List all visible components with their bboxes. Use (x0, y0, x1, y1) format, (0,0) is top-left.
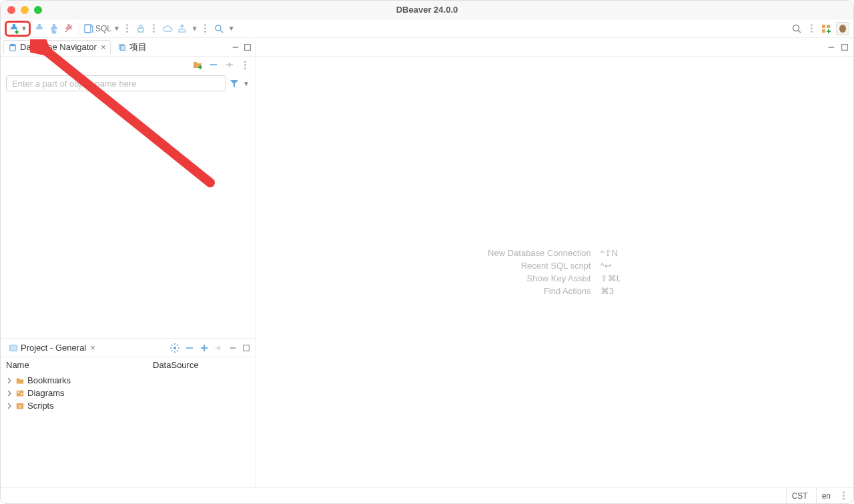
status-timezone[interactable]: CST (786, 488, 813, 503)
svg-rect-2 (138, 28, 143, 32)
main-toolbar: ▼ SQL ▼ ▼ ▼ (1, 19, 853, 38)
new-folder-icon[interactable] (192, 59, 203, 70)
tree-label: Scripts (27, 401, 54, 411)
nav-filter-input[interactable] (6, 75, 226, 91)
chevron-down-icon[interactable]: ▼ (21, 25, 27, 32)
tree-item-diagrams[interactable]: Diagrams (6, 387, 250, 399)
view-menu-icon[interactable] (240, 61, 250, 69)
link-editor-icon[interactable] (224, 59, 235, 70)
toolbar-overflow-right[interactable] (807, 24, 816, 33)
editor-area: New Database Connection^⇧N Recent SQL sc… (256, 38, 853, 487)
app-window: DBeaver 24.0.0 ▼ SQL ▼ (0, 0, 854, 504)
close-icon[interactable]: × (90, 343, 95, 353)
svg-rect-8 (822, 25, 825, 28)
chevron-right-icon (6, 377, 13, 384)
svg-rect-10 (822, 29, 825, 33)
col-name[interactable]: Name (6, 360, 153, 370)
tree-item-scripts[interactable]: S Scripts (6, 399, 250, 412)
connect-button[interactable] (33, 23, 45, 35)
minimize-view-icon[interactable] (231, 43, 240, 52)
status-bar: CST en (1, 487, 853, 503)
tab-label: Project - General (21, 343, 86, 353)
link-editor-icon[interactable] (214, 343, 224, 353)
svg-rect-16 (245, 44, 251, 50)
status-language[interactable]: en (816, 488, 836, 503)
reconnect-button[interactable] (48, 23, 60, 35)
chevron-down-icon[interactable]: ▼ (228, 25, 235, 32)
window-title: DBeaver 24.0.0 (1, 5, 853, 15)
maximize-view-icon[interactable] (840, 43, 849, 52)
svg-point-19 (173, 347, 176, 349)
tab-project-general[interactable]: Project - General × (5, 341, 99, 354)
minimize-view-icon[interactable] (228, 343, 238, 353)
minimize-window-button[interactable] (21, 6, 29, 14)
cloud-icon[interactable] (161, 23, 173, 35)
project-icon (9, 343, 18, 353)
chevron-down-icon[interactable]: ▼ (191, 25, 198, 32)
svg-rect-14 (120, 45, 125, 50)
export-icon[interactable] (176, 23, 188, 35)
maximize-view-icon[interactable] (243, 43, 252, 52)
window-controls (7, 6, 42, 14)
project-tree: Bookmarks Diagrams S Scripts (1, 373, 255, 413)
chevron-down-icon[interactable]: ▼ (243, 80, 250, 87)
new-connection-button[interactable] (8, 23, 20, 35)
tree-label: Diagrams (27, 388, 65, 398)
lock-icon[interactable] (135, 23, 147, 35)
svg-point-12 (10, 43, 16, 46)
svg-line-5 (220, 30, 223, 33)
chevron-down-icon: ▼ (113, 25, 120, 32)
disconnect-button[interactable] (63, 23, 75, 35)
collapse-icon[interactable] (184, 343, 195, 353)
database-icon (8, 43, 17, 52)
svg-rect-9 (827, 25, 830, 28)
toolbar-overflow-1[interactable] (123, 24, 132, 33)
chevron-right-icon (6, 390, 13, 397)
tab-label: Database Navigator (20, 42, 97, 52)
dbeaver-perspective-icon[interactable] (836, 22, 849, 35)
svg-rect-31 (842, 44, 848, 50)
svg-point-11 (839, 25, 846, 33)
svg-rect-18 (10, 345, 17, 351)
collapse-icon[interactable] (208, 59, 219, 70)
chevron-right-icon (6, 403, 13, 409)
titlebar: DBeaver 24.0.0 (1, 1, 853, 19)
tree-item-bookmarks[interactable]: Bookmarks (6, 374, 250, 387)
close-window-button[interactable] (7, 6, 15, 14)
project-columns-header: Name DataSource (1, 357, 255, 373)
gear-icon[interactable] (169, 343, 180, 353)
editor-tab-row (256, 38, 853, 57)
scripts-folder-icon: S (15, 401, 25, 411)
new-connection-highlight: ▼ (5, 21, 31, 37)
status-overflow[interactable] (839, 491, 848, 500)
close-icon[interactable]: × (101, 42, 106, 52)
add-icon[interactable] (199, 343, 209, 353)
workbench-body: Database Navigator × 项目 (1, 38, 853, 487)
toolbar-overflow-3[interactable] (201, 24, 210, 33)
tab-projects[interactable]: 项目 (113, 40, 151, 55)
search-icon[interactable] (213, 23, 225, 35)
zoom-window-button[interactable] (34, 6, 42, 14)
perspective-icon[interactable] (820, 23, 832, 35)
global-search-icon[interactable] (791, 23, 803, 35)
svg-point-4 (216, 25, 221, 31)
folder-icon (15, 376, 25, 385)
tab-database-navigator[interactable]: Database Navigator × (3, 40, 111, 54)
svg-rect-27 (21, 393, 23, 395)
stack-icon (117, 43, 127, 52)
svg-rect-26 (18, 391, 20, 393)
nav-tab-row: Database Navigator × 项目 (1, 38, 255, 57)
maximize-view-icon[interactable] (242, 343, 251, 353)
nav-tree-body[interactable] (1, 95, 255, 338)
sql-label: SQL (95, 24, 111, 33)
sql-editor-button[interactable]: SQL ▼ (83, 23, 120, 34)
toolbar-overflow-2[interactable] (149, 24, 159, 33)
minimize-view-icon[interactable] (827, 43, 836, 52)
welcome-hints: New Database Connection^⇧N Recent SQL sc… (482, 246, 626, 298)
col-datasource[interactable]: DataSource (153, 360, 199, 370)
project-panel: Project - General × Name DataSource (1, 338, 255, 487)
svg-line-7 (799, 30, 801, 33)
left-sidebar: Database Navigator × 项目 (1, 38, 256, 487)
svg-point-6 (793, 25, 799, 31)
filter-icon[interactable] (229, 78, 240, 89)
